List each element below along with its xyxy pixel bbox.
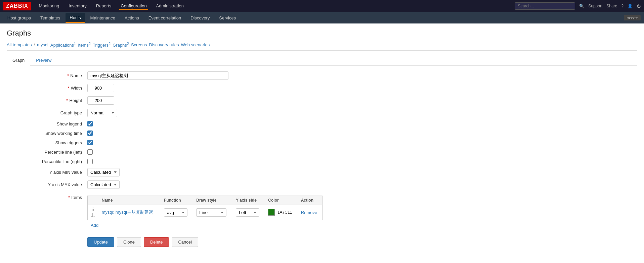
delete-button[interactable]: Delete [144,237,169,247]
tab-preview[interactable]: Preview [30,55,57,66]
form-row-show-legend: Show legend [13,121,631,126]
breadcrumb-items[interactable]: Items2 [78,42,91,48]
graph-form: *Name *Width *Height Graph type Normal S… [7,71,637,247]
item-function-select[interactable]: avg min max all [164,208,187,217]
page-title: Graphs [7,29,637,38]
help-icon[interactable]: ? [621,4,624,8]
table-row: ⠿ 1. mysql: mysql主从复制延迟 avg min max [88,205,323,220]
show-triggers-checkbox[interactable] [87,140,93,145]
form-button-row: Update Clone Delete Cancel [13,237,631,247]
graph-type-select[interactable]: Normal Stacked Pie Exploded [87,109,117,117]
top-navigation: ZABBIX Monitoring Inventory Reports Conf… [0,0,644,12]
share-link[interactable]: Share [606,4,617,8]
breadcrumb-sep: / [34,42,35,47]
graph-type-label: Graph type [13,110,87,115]
width-label: *Width [13,86,87,91]
col-y-axis-side: Y axis side [232,196,265,205]
form-row-y-axis-min: Y axis MIN value Calculated Fixed Item [13,168,631,176]
form-row-items: *Items Name Function Draw style Y axis s… [13,193,631,230]
top-nav-right: 🔍 Support Share ? 👤 ⏻ [515,2,641,10]
percentile-right-checkbox[interactable] [87,159,93,164]
subnav-maintenance[interactable]: Maintenance [86,13,119,22]
nav-configuration[interactable]: Configuration [119,3,148,10]
page-content: Graphs All templates / mysql Application… [0,23,644,263]
col-empty [88,196,98,205]
breadcrumb-applications[interactable]: Applications1 [50,42,76,48]
show-legend-checkbox[interactable] [87,121,93,126]
breadcrumb-web-scenarios[interactable]: Web scenarios [181,42,210,47]
form-row-show-triggers: Show triggers [13,140,631,145]
items-required: * [68,195,70,200]
app-logo: ZABBIX [3,2,31,10]
height-input[interactable] [87,96,114,105]
subnav-event-correlation[interactable]: Event correlation [144,13,185,22]
update-button[interactable]: Update [87,237,114,247]
item-name-link[interactable]: mysql: mysql主从复制延迟 [102,210,153,215]
user-icon[interactable]: 👤 [628,4,633,8]
percentile-right-label: Percentile line (right) [13,159,87,164]
col-draw-style: Draw style [193,196,232,205]
subnav-host-groups[interactable]: Host groups [3,13,35,22]
item-remove-link[interactable]: Remove [301,210,317,215]
nav-administration[interactable]: Administration [155,3,185,10]
item-function-cell: avg min max all [161,205,193,220]
form-row-percentile-left: Percentile line (left) [13,149,631,155]
form-row-height: *Height [13,96,631,105]
col-color: Color [265,196,297,205]
applications-badge: 1 [74,42,76,46]
breadcrumb-screens[interactable]: Screens [131,42,147,47]
support-link[interactable]: Support [588,4,602,8]
search-input[interactable] [515,2,575,10]
breadcrumb: All templates / mysql Applications1 Item… [7,42,637,51]
form-row-percentile-right: Percentile line (right) [13,159,631,164]
item-color-cell: 1A7C11 [265,205,297,220]
breadcrumb-all-templates[interactable]: All templates [7,42,32,47]
add-item-link[interactable]: Add [91,223,98,228]
clone-button[interactable]: Clone [117,237,141,247]
subnav-templates[interactable]: Templates [36,13,64,22]
nav-reports[interactable]: Reports [95,3,113,10]
item-y-axis-side-select[interactable]: Left Right [236,208,259,217]
top-nav-links: Monitoring Inventory Reports Configurati… [38,3,515,10]
logout-icon[interactable]: ⏻ [637,4,641,8]
name-label: *Name [13,73,87,78]
name-input[interactable] [87,71,228,80]
nav-inventory[interactable]: Inventory [67,3,88,10]
height-label: *Height [13,98,87,103]
subnav-discovery[interactable]: Discovery [186,13,214,22]
items-table-header: Name Function Draw style Y axis side Col… [88,196,323,205]
show-legend-label: Show legend [13,121,87,126]
width-input[interactable] [87,84,114,92]
nav-monitoring[interactable]: Monitoring [38,3,61,10]
breadcrumb-host[interactable]: mysql [37,42,48,47]
subnav-hosts[interactable]: Hosts [66,13,85,23]
items-container: Name Function Draw style Y axis side Col… [87,196,323,230]
items-label: *Items [13,193,87,200]
breadcrumb-discovery-rules[interactable]: Discovery rules [149,42,179,47]
col-function: Function [161,196,193,205]
subnav-services[interactable]: Services [215,13,240,22]
y-axis-min-label: Y axis MIN value [13,170,87,175]
y-axis-max-select[interactable]: Calculated Fixed Item [87,180,120,189]
y-axis-min-select[interactable]: Calculated Fixed Item [87,168,120,176]
item-draw-style-select[interactable]: Line Filled region Bold line Dot Dashed … [196,208,226,217]
cancel-button[interactable]: Cancel [172,237,198,247]
items-badge: 2 [89,42,91,46]
item-name-cell: mysql: mysql主从复制延迟 [98,205,161,220]
item-color-swatch[interactable] [268,209,275,216]
breadcrumb-triggers[interactable]: Triggers2 [93,42,111,48]
show-working-time-checkbox[interactable] [87,130,93,136]
drag-handle-icon[interactable]: ⠿ 1. [91,207,95,218]
show-working-time-label: Show working time [13,131,87,136]
triggers-badge: 2 [109,42,111,46]
tab-graph[interactable]: Graph [7,55,30,66]
search-icon[interactable]: 🔍 [579,4,584,8]
height-required: * [66,98,68,103]
subnav-actions[interactable]: Actions [121,13,143,22]
form-row-y-axis-max: Y axis MAX value Calculated Fixed Item [13,180,631,189]
sub-navigation: Host groups Templates Hosts Maintenance … [0,12,644,23]
percentile-left-checkbox[interactable] [87,149,93,155]
breadcrumb-graphs[interactable]: Graphs2 [113,42,129,48]
item-y-axis-side-cell: Left Right [232,205,265,220]
col-action: Action [298,196,323,205]
